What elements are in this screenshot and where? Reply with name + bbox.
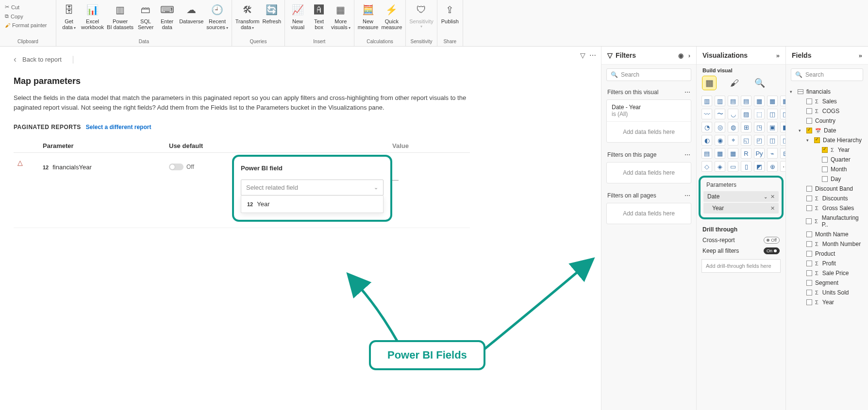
field-profit[interactable]: Profit xyxy=(790,259,864,268)
checkbox[interactable] xyxy=(806,128,812,133)
checkbox[interactable] xyxy=(806,270,812,276)
viz-type-24[interactable]: ◱ xyxy=(741,135,751,146)
viz-type-31[interactable]: R xyxy=(741,148,751,159)
viz-type-28[interactable]: ▤ xyxy=(701,148,712,159)
checkbox[interactable] xyxy=(806,218,811,224)
checkbox[interactable] xyxy=(822,166,828,172)
copy-button[interactable]: ⧉Copy xyxy=(2,12,50,20)
checkbox[interactable] xyxy=(814,137,820,143)
field-month[interactable]: Month xyxy=(790,164,864,174)
use-default-toggle[interactable]: Off xyxy=(169,164,194,170)
checkbox[interactable] xyxy=(822,147,828,153)
format-visual-tab[interactable]: 🖌 xyxy=(728,76,741,90)
field-discount-band[interactable]: Discount Band xyxy=(790,184,864,194)
viz-type-15[interactable]: ◎ xyxy=(715,122,725,132)
checkbox[interactable] xyxy=(806,299,812,305)
checkbox[interactable] xyxy=(806,280,812,286)
viz-type-40[interactable]: ⊕ xyxy=(767,161,778,172)
viz-type-29[interactable]: ▦ xyxy=(715,148,725,159)
format-painter-button[interactable]: 🖌Format painter xyxy=(2,21,50,29)
publish-button[interactable]: ⇪ Publish xyxy=(439,1,461,25)
field-year[interactable]: Year xyxy=(790,297,864,307)
filters-visual-dropzone[interactable]: Add data fields here xyxy=(607,122,691,142)
viz-type-5[interactable]: ▦ xyxy=(767,96,778,106)
viz-type-22[interactable]: ◉ xyxy=(715,135,725,146)
checkbox[interactable] xyxy=(806,251,812,257)
viz-type-30[interactable]: ▦ xyxy=(728,148,738,159)
more-icon[interactable]: ⋯ xyxy=(589,51,596,59)
power-bi-datasets-button[interactable]: ▥PowerBI datasets xyxy=(105,1,135,31)
select-different-report-link[interactable]: Select a different report xyxy=(86,124,151,131)
field-year[interactable]: Year xyxy=(790,145,864,155)
drill-through-dropzone[interactable]: Add drill-through fields here xyxy=(701,259,781,273)
checkbox[interactable] xyxy=(806,98,812,104)
collapse-icon[interactable]: › xyxy=(688,52,690,59)
keep-all-filters-toggle[interactable]: On xyxy=(764,247,780,254)
viz-type-19[interactable]: ▣ xyxy=(767,122,778,132)
field-country[interactable]: Country xyxy=(790,116,864,126)
filters-search[interactable]: 🔍 Search xyxy=(606,68,691,81)
viz-type-38[interactable]: ▯ xyxy=(741,161,751,172)
viz-type-9[interactable]: ◡ xyxy=(728,109,738,119)
eye-icon[interactable]: ◉ xyxy=(678,52,684,59)
viz-type-11[interactable]: ⬚ xyxy=(754,109,765,119)
collapse-icon[interactable]: » xyxy=(776,52,780,59)
recent-sources-button[interactable]: 🕘Recentsources xyxy=(205,1,230,31)
filters-all-dropzone[interactable]: Add data fields here xyxy=(607,203,691,224)
field-date-hierarchy[interactable]: ▾Date Hierarchy xyxy=(790,135,864,145)
sql-server-button[interactable]: 🗃SQLServer xyxy=(135,1,156,31)
field-discounts[interactable]: Discounts xyxy=(790,194,864,203)
remove-icon[interactable]: ✕ xyxy=(770,194,775,199)
more-visuals-button[interactable]: ▦Morevisuals xyxy=(330,1,352,31)
field-units-sold[interactable]: Units Sold xyxy=(790,288,864,297)
viz-type-4[interactable]: ▦ xyxy=(754,96,765,106)
viz-type-39[interactable]: ◩ xyxy=(754,161,765,172)
checkbox[interactable] xyxy=(806,241,812,247)
cross-report-toggle[interactable]: Off xyxy=(764,237,780,244)
checkbox[interactable] xyxy=(806,186,812,192)
related-field-dropdown[interactable]: Select related field ⌄ xyxy=(241,180,384,196)
checkbox[interactable] xyxy=(822,157,828,163)
parameter-item-date[interactable]: Date ⌄✕ xyxy=(703,191,779,202)
filter-icon[interactable]: ▽ xyxy=(580,51,585,59)
checkbox[interactable] xyxy=(806,108,812,114)
viz-type-23[interactable]: ⌖ xyxy=(728,135,738,146)
checkbox[interactable] xyxy=(806,290,812,295)
field-day[interactable]: Day xyxy=(790,174,864,184)
viz-type-25[interactable]: ◰ xyxy=(754,135,765,146)
chevron-down-icon[interactable]: ⌄ xyxy=(764,194,768,199)
field-segment[interactable]: Segment xyxy=(790,278,864,288)
collapse-icon[interactable]: » xyxy=(859,52,862,59)
checkbox[interactable] xyxy=(806,261,812,266)
viz-type-37[interactable]: ▭ xyxy=(728,161,738,172)
field-cogs[interactable]: COGS xyxy=(790,106,864,116)
viz-type-33[interactable]: ⌁ xyxy=(767,148,778,159)
more-icon[interactable]: ⋯ xyxy=(684,89,690,96)
filters-page-dropzone[interactable]: Add data fields here xyxy=(607,163,691,183)
field-manufacturing-p-[interactable]: Manufacturing P.. xyxy=(790,213,864,230)
refresh-button[interactable]: 🔄Refresh xyxy=(261,1,283,25)
viz-type-18[interactable]: ◳ xyxy=(754,122,765,132)
field-gross-sales[interactable]: Gross Sales xyxy=(790,203,864,213)
dropdown-option-year[interactable]: 12 Year xyxy=(241,196,383,213)
enter-data-button[interactable]: ⌨Enterdata xyxy=(156,1,178,31)
field-sales[interactable]: Sales xyxy=(790,97,864,106)
field-month-name[interactable]: Month Name xyxy=(790,230,864,239)
viz-type-8[interactable]: 〜 xyxy=(715,109,725,119)
viz-type-32[interactable]: Py xyxy=(754,148,765,159)
remove-icon[interactable]: ✕ xyxy=(770,205,775,212)
field-financials[interactable]: ▾financials xyxy=(790,87,864,97)
transform-data-button[interactable]: 🛠Transformdata xyxy=(234,1,261,31)
get-data-button[interactable]: 🗄Getdata xyxy=(58,1,80,31)
checkbox[interactable] xyxy=(806,196,812,201)
new-visual-button[interactable]: 📈Newvisual xyxy=(287,1,308,31)
viz-type-7[interactable]: 〰 xyxy=(701,109,712,119)
build-visual-tab[interactable]: ▦ xyxy=(702,76,716,90)
parameter-item-year[interactable]: Year ✕ xyxy=(703,203,779,213)
viz-type-16[interactable]: ◍ xyxy=(728,122,738,132)
viz-type-36[interactable]: ◈ xyxy=(715,161,725,172)
viz-type-0[interactable]: ▥ xyxy=(701,96,712,106)
checkbox[interactable] xyxy=(806,205,812,211)
analytics-tab[interactable]: 🔍 xyxy=(753,76,767,90)
checkbox[interactable] xyxy=(822,176,828,182)
